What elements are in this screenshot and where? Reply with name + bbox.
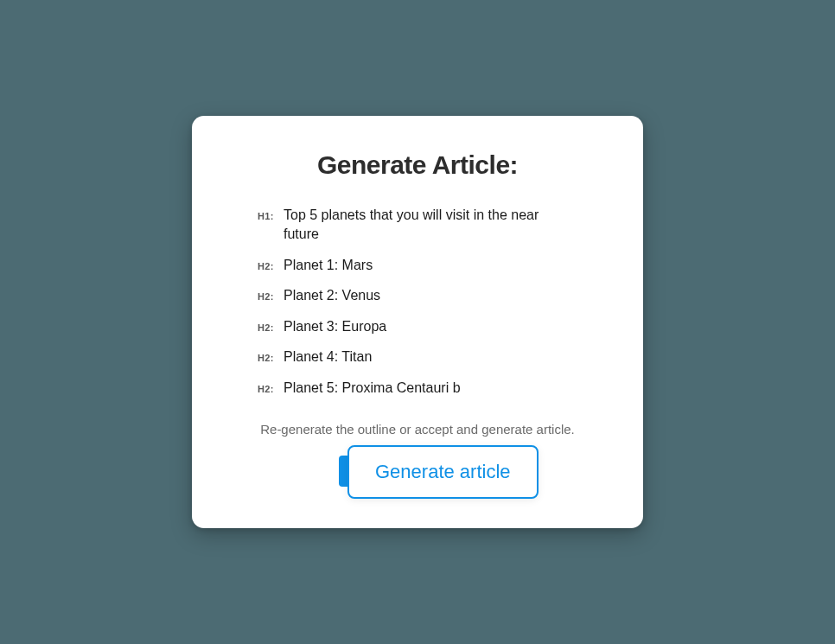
outline-tag: H2: (258, 261, 284, 271)
outline-list: H1: Top 5 planets that you will visit in… (226, 206, 609, 397)
outline-text: Planet 1: Mars (284, 256, 373, 275)
generate-article-button[interactable]: Generate article (347, 445, 539, 499)
outline-tag: H2: (258, 291, 284, 302)
outline-text: Planet 5: Proxima Centauri b (284, 379, 461, 398)
outline-row: H2: Planet 2: Venus (258, 286, 577, 305)
outline-text: Planet 4: Titan (284, 348, 372, 367)
outline-tag: H2: (258, 384, 284, 394)
outline-row: H1: Top 5 planets that you will visit in… (258, 206, 577, 243)
outline-text: Planet 3: Europa (284, 317, 386, 336)
outline-row: H2: Planet 3: Europa (258, 317, 577, 336)
card-title: Generate Article: (226, 150, 609, 180)
outline-tag: H2: (258, 322, 284, 333)
outline-row: H2: Planet 1: Mars (258, 256, 577, 275)
outline-text: Top 5 planets that you will visit in the… (284, 206, 577, 243)
outline-row: H2: Planet 4: Titan (258, 348, 577, 367)
outline-text: Planet 2: Venus (284, 286, 380, 305)
generate-article-card: Generate Article: H1: Top 5 planets that… (192, 116, 643, 527)
outline-row: H2: Planet 5: Proxima Centauri b (258, 379, 577, 398)
button-row: Re-generate headlin Generate article (226, 456, 609, 487)
outline-tag: H1: (258, 211, 284, 221)
outline-tag: H2: (258, 353, 284, 363)
instruction-text: Re-generate the outline or accept and ge… (226, 422, 609, 437)
